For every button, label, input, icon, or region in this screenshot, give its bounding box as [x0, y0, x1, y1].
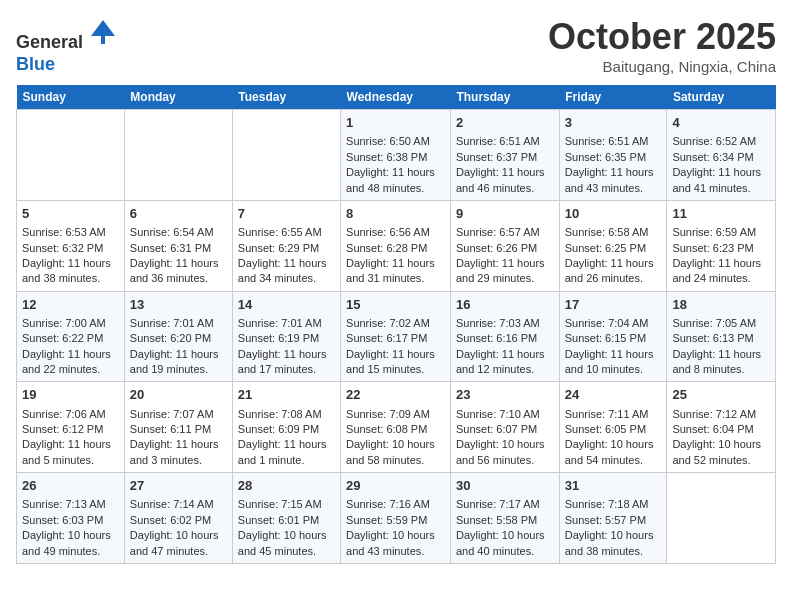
day-details: Sunrise: 7:01 AM Sunset: 6:19 PM Dayligh…: [238, 316, 335, 378]
day-details: Sunrise: 7:18 AM Sunset: 5:57 PM Dayligh…: [565, 497, 662, 559]
calendar-cell: 12Sunrise: 7:00 AM Sunset: 6:22 PM Dayli…: [17, 291, 125, 382]
weekday-header-thursday: Thursday: [450, 85, 559, 110]
day-details: Sunrise: 6:53 AM Sunset: 6:32 PM Dayligh…: [22, 225, 119, 287]
day-number: 24: [565, 386, 662, 404]
calendar-cell: 9Sunrise: 6:57 AM Sunset: 6:26 PM Daylig…: [450, 200, 559, 291]
day-number: 30: [456, 477, 554, 495]
day-number: 17: [565, 296, 662, 314]
weekday-header-tuesday: Tuesday: [232, 85, 340, 110]
day-details: Sunrise: 6:58 AM Sunset: 6:25 PM Dayligh…: [565, 225, 662, 287]
day-number: 11: [672, 205, 770, 223]
calendar-cell: 20Sunrise: 7:07 AM Sunset: 6:11 PM Dayli…: [124, 382, 232, 473]
day-number: 7: [238, 205, 335, 223]
day-number: 16: [456, 296, 554, 314]
calendar-cell: 31Sunrise: 7:18 AM Sunset: 5:57 PM Dayli…: [559, 473, 667, 564]
day-details: Sunrise: 7:16 AM Sunset: 5:59 PM Dayligh…: [346, 497, 445, 559]
day-number: 27: [130, 477, 227, 495]
calendar-cell: [124, 110, 232, 201]
calendar-cell: 13Sunrise: 7:01 AM Sunset: 6:20 PM Dayli…: [124, 291, 232, 382]
calendar-cell: 15Sunrise: 7:02 AM Sunset: 6:17 PM Dayli…: [341, 291, 451, 382]
day-number: 15: [346, 296, 445, 314]
calendar-cell: 30Sunrise: 7:17 AM Sunset: 5:58 PM Dayli…: [450, 473, 559, 564]
day-details: Sunrise: 7:08 AM Sunset: 6:09 PM Dayligh…: [238, 407, 335, 469]
logo-blue: Blue: [16, 54, 55, 74]
weekday-header-wednesday: Wednesday: [341, 85, 451, 110]
calendar-cell: 18Sunrise: 7:05 AM Sunset: 6:13 PM Dayli…: [667, 291, 776, 382]
logo-general: General: [16, 32, 83, 52]
day-number: 20: [130, 386, 227, 404]
calendar-cell: 2Sunrise: 6:51 AM Sunset: 6:37 PM Daylig…: [450, 110, 559, 201]
calendar-cell: 26Sunrise: 7:13 AM Sunset: 6:03 PM Dayli…: [17, 473, 125, 564]
day-details: Sunrise: 7:01 AM Sunset: 6:20 PM Dayligh…: [130, 316, 227, 378]
day-details: Sunrise: 7:12 AM Sunset: 6:04 PM Dayligh…: [672, 407, 770, 469]
svg-marker-1: [93, 24, 113, 44]
weekday-header-sunday: Sunday: [17, 85, 125, 110]
calendar-cell: 21Sunrise: 7:08 AM Sunset: 6:09 PM Dayli…: [232, 382, 340, 473]
day-details: Sunrise: 6:54 AM Sunset: 6:31 PM Dayligh…: [130, 225, 227, 287]
day-details: Sunrise: 7:04 AM Sunset: 6:15 PM Dayligh…: [565, 316, 662, 378]
logo-icon: [87, 16, 119, 48]
calendar-week-1: 1Sunrise: 6:50 AM Sunset: 6:38 PM Daylig…: [17, 110, 776, 201]
day-number: 12: [22, 296, 119, 314]
day-number: 8: [346, 205, 445, 223]
calendar-cell: 24Sunrise: 7:11 AM Sunset: 6:05 PM Dayli…: [559, 382, 667, 473]
calendar-week-3: 12Sunrise: 7:00 AM Sunset: 6:22 PM Dayli…: [17, 291, 776, 382]
day-number: 2: [456, 114, 554, 132]
calendar-cell: 8Sunrise: 6:56 AM Sunset: 6:28 PM Daylig…: [341, 200, 451, 291]
day-number: 22: [346, 386, 445, 404]
calendar-cell: 3Sunrise: 6:51 AM Sunset: 6:35 PM Daylig…: [559, 110, 667, 201]
calendar-cell: [17, 110, 125, 201]
page-header: General Blue October 2025 Baitugang, Nin…: [16, 16, 776, 75]
calendar-week-4: 19Sunrise: 7:06 AM Sunset: 6:12 PM Dayli…: [17, 382, 776, 473]
day-details: Sunrise: 7:06 AM Sunset: 6:12 PM Dayligh…: [22, 407, 119, 469]
day-number: 31: [565, 477, 662, 495]
weekday-header-monday: Monday: [124, 85, 232, 110]
calendar-cell: 5Sunrise: 6:53 AM Sunset: 6:32 PM Daylig…: [17, 200, 125, 291]
day-number: 26: [22, 477, 119, 495]
day-number: 28: [238, 477, 335, 495]
day-number: 29: [346, 477, 445, 495]
day-details: Sunrise: 7:11 AM Sunset: 6:05 PM Dayligh…: [565, 407, 662, 469]
day-details: Sunrise: 7:02 AM Sunset: 6:17 PM Dayligh…: [346, 316, 445, 378]
title-block: October 2025 Baitugang, Ningxia, China: [548, 16, 776, 75]
calendar-cell: 1Sunrise: 6:50 AM Sunset: 6:38 PM Daylig…: [341, 110, 451, 201]
calendar-cell: 10Sunrise: 6:58 AM Sunset: 6:25 PM Dayli…: [559, 200, 667, 291]
day-number: 13: [130, 296, 227, 314]
day-number: 10: [565, 205, 662, 223]
day-details: Sunrise: 7:14 AM Sunset: 6:02 PM Dayligh…: [130, 497, 227, 559]
day-number: 9: [456, 205, 554, 223]
day-details: Sunrise: 7:10 AM Sunset: 6:07 PM Dayligh…: [456, 407, 554, 469]
calendar-cell: 22Sunrise: 7:09 AM Sunset: 6:08 PM Dayli…: [341, 382, 451, 473]
calendar-cell: 25Sunrise: 7:12 AM Sunset: 6:04 PM Dayli…: [667, 382, 776, 473]
day-number: 25: [672, 386, 770, 404]
day-details: Sunrise: 7:07 AM Sunset: 6:11 PM Dayligh…: [130, 407, 227, 469]
day-number: 3: [565, 114, 662, 132]
calendar-cell: 27Sunrise: 7:14 AM Sunset: 6:02 PM Dayli…: [124, 473, 232, 564]
day-number: 18: [672, 296, 770, 314]
calendar-header: SundayMondayTuesdayWednesdayThursdayFrid…: [17, 85, 776, 110]
weekday-header-friday: Friday: [559, 85, 667, 110]
calendar-table: SundayMondayTuesdayWednesdayThursdayFrid…: [16, 85, 776, 564]
day-number: 19: [22, 386, 119, 404]
calendar-cell: 11Sunrise: 6:59 AM Sunset: 6:23 PM Dayli…: [667, 200, 776, 291]
calendar-cell: 4Sunrise: 6:52 AM Sunset: 6:34 PM Daylig…: [667, 110, 776, 201]
calendar-cell: 29Sunrise: 7:16 AM Sunset: 5:59 PM Dayli…: [341, 473, 451, 564]
calendar-cell: 16Sunrise: 7:03 AM Sunset: 6:16 PM Dayli…: [450, 291, 559, 382]
day-details: Sunrise: 6:51 AM Sunset: 6:37 PM Dayligh…: [456, 134, 554, 196]
day-details: Sunrise: 6:50 AM Sunset: 6:38 PM Dayligh…: [346, 134, 445, 196]
day-details: Sunrise: 6:59 AM Sunset: 6:23 PM Dayligh…: [672, 225, 770, 287]
calendar-cell: 19Sunrise: 7:06 AM Sunset: 6:12 PM Dayli…: [17, 382, 125, 473]
calendar-cell: 23Sunrise: 7:10 AM Sunset: 6:07 PM Dayli…: [450, 382, 559, 473]
day-number: 4: [672, 114, 770, 132]
calendar-cell: 17Sunrise: 7:04 AM Sunset: 6:15 PM Dayli…: [559, 291, 667, 382]
day-details: Sunrise: 7:03 AM Sunset: 6:16 PM Dayligh…: [456, 316, 554, 378]
day-details: Sunrise: 7:15 AM Sunset: 6:01 PM Dayligh…: [238, 497, 335, 559]
day-details: Sunrise: 6:57 AM Sunset: 6:26 PM Dayligh…: [456, 225, 554, 287]
day-details: Sunrise: 6:51 AM Sunset: 6:35 PM Dayligh…: [565, 134, 662, 196]
day-details: Sunrise: 7:13 AM Sunset: 6:03 PM Dayligh…: [22, 497, 119, 559]
day-details: Sunrise: 7:05 AM Sunset: 6:13 PM Dayligh…: [672, 316, 770, 378]
calendar-cell: [667, 473, 776, 564]
day-number: 5: [22, 205, 119, 223]
weekday-header-saturday: Saturday: [667, 85, 776, 110]
day-details: Sunrise: 6:55 AM Sunset: 6:29 PM Dayligh…: [238, 225, 335, 287]
